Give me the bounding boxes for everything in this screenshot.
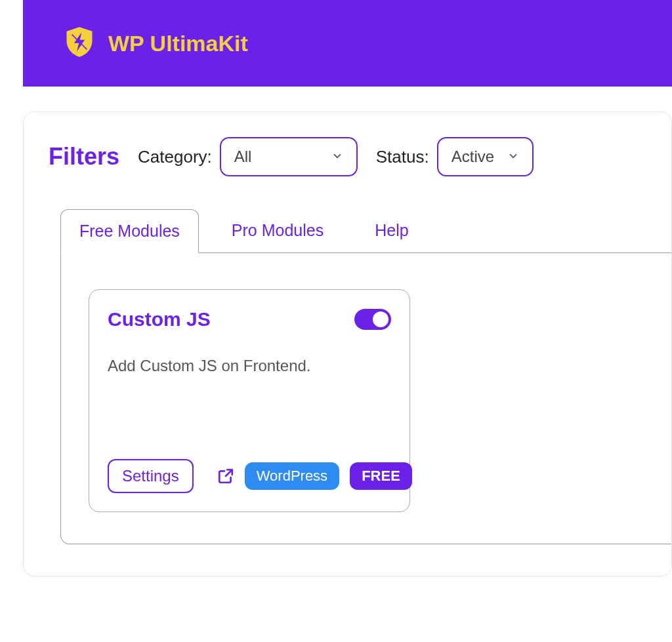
module-title: Custom JS [108,308,211,331]
tabs-nav: Free Modules Pro Modules Help [60,209,671,253]
category-select-value: All [234,148,252,166]
module-card-custom-js: Custom JS Add Custom JS on Frontend. Set… [89,289,410,512]
category-select[interactable]: All [220,137,358,176]
chevron-down-icon [331,148,343,166]
app-header: WP UltimaKit [23,0,672,87]
filters-bar: Filters Category: All Status: Active [49,137,671,176]
settings-button[interactable]: Settings [108,459,194,493]
chevron-down-icon [507,148,519,166]
module-card-header: Custom JS [108,308,391,331]
module-description: Add Custom JS on Frontend. [108,357,391,433]
filters-heading: Filters [49,143,119,171]
shield-bolt-icon [62,25,96,62]
module-card-footer: Settings WordPress FREE [108,459,391,493]
tab-pro-modules[interactable]: Pro Modules [213,209,342,252]
tab-help[interactable]: Help [356,209,427,252]
platform-badge: WordPress [245,462,339,490]
tab-free-modules[interactable]: Free Modules [60,209,199,253]
external-link-icon[interactable] [217,468,234,485]
category-label: Category: [138,147,212,167]
main-panel: Filters Category: All Status: Active Fre… [23,111,672,576]
tier-badge: FREE [350,462,412,490]
status-select-value: Active [452,148,494,166]
status-select[interactable]: Active [437,137,534,176]
module-enable-toggle[interactable] [354,309,391,330]
tab-panel-free-modules: Custom JS Add Custom JS on Frontend. Set… [60,253,671,544]
toggle-knob [373,311,388,327]
app-title: WP UltimaKit [108,31,248,56]
category-filter-group: Category: All [138,137,358,176]
status-filter-group: Status: Active [376,137,534,176]
status-label: Status: [376,147,429,167]
